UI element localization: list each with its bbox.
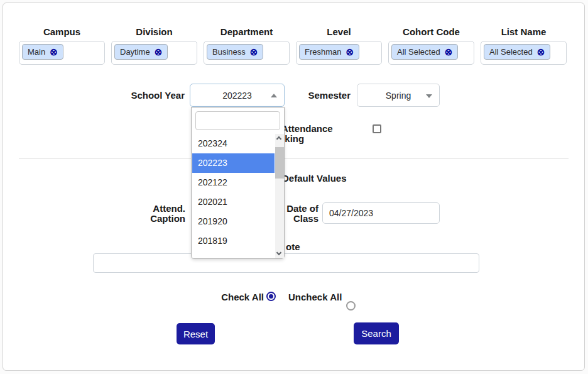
check-all-label: Check All xyxy=(201,292,264,302)
school-year-select[interactable]: 202223 xyxy=(190,84,285,107)
school-year-option-selected[interactable]: 202223 xyxy=(192,153,275,173)
school-year-value: 202223 xyxy=(222,91,252,101)
scrollbar-thumb[interactable] xyxy=(275,147,284,179)
school-year-option[interactable]: 202021 xyxy=(192,192,275,212)
list-name-label: List Name xyxy=(481,27,567,37)
cohort-code-label: Cohort Code xyxy=(388,27,474,37)
section-divider xyxy=(19,158,569,159)
semester-select[interactable]: Spring xyxy=(357,84,440,107)
reset-button[interactable]: Reset xyxy=(177,323,215,344)
list-name-multiselect[interactable]: All Selected⊗ xyxy=(481,41,567,65)
scrollbar-down-arrow-icon[interactable] xyxy=(275,250,284,258)
uncheck-all-label: Uncheck All xyxy=(288,292,342,302)
division-multiselect[interactable]: Daytime⊗ xyxy=(111,41,197,65)
note-label: ote xyxy=(286,242,300,252)
remove-chip-icon[interactable]: ⊗ xyxy=(50,48,58,56)
school-year-option[interactable]: 201819 xyxy=(192,231,275,251)
remove-chip-icon[interactable]: ⊗ xyxy=(346,48,354,56)
semester-value: Spring xyxy=(386,91,411,101)
cohort-code-chip: All Selected⊗ xyxy=(391,44,458,60)
division-label: Division xyxy=(111,27,197,37)
level-multiselect[interactable]: Freshman⊗ xyxy=(296,41,382,65)
semester-label: Semester xyxy=(295,91,351,101)
school-year-dropdown-panel: 202324 202223 202122 202021 201920 20181… xyxy=(191,107,285,259)
school-year-search-input[interactable] xyxy=(195,111,280,130)
note-input[interactable] xyxy=(93,253,479,273)
caret-up-icon xyxy=(271,94,277,97)
campus-chip: Main⊗ xyxy=(22,44,63,60)
department-chip: Business⊗ xyxy=(207,44,263,60)
school-year-option[interactable]: 202324 xyxy=(192,134,275,153)
campus-label: Campus xyxy=(19,27,105,37)
level-chip: Freshman⊗ xyxy=(299,44,359,60)
attend-caption-label: Attend. Caption xyxy=(126,204,185,224)
department-multiselect[interactable]: Business⊗ xyxy=(204,41,290,65)
remove-chip-icon[interactable]: ⊗ xyxy=(445,48,453,56)
attendance-tracking-checkbox[interactable] xyxy=(373,124,381,133)
school-year-option[interactable]: 201920 xyxy=(192,212,275,231)
dropdown-scrollbar[interactable] xyxy=(275,134,284,258)
caret-down-icon xyxy=(426,94,432,98)
search-button[interactable]: Search xyxy=(354,322,399,344)
remove-chip-icon[interactable]: ⊗ xyxy=(250,48,258,56)
school-year-label: School Year xyxy=(113,91,185,101)
campus-multiselect[interactable]: Main⊗ xyxy=(19,41,105,65)
level-label: Level xyxy=(296,27,382,37)
school-year-option[interactable]: 202122 xyxy=(192,173,275,192)
remove-chip-icon[interactable]: ⊗ xyxy=(537,48,545,56)
cohort-code-multiselect[interactable]: All Selected⊗ xyxy=(388,41,474,65)
check-all-radio[interactable] xyxy=(266,292,276,301)
date-of-class-input[interactable] xyxy=(322,202,440,224)
attendance-tracking-label-line1: -Attendance xyxy=(278,124,333,134)
department-label: Department xyxy=(204,27,290,37)
scrollbar-up-arrow-icon[interactable] xyxy=(275,134,284,143)
list-name-chip: All Selected⊗ xyxy=(484,44,550,60)
filter-form-screen: Campus Division Department Level Cohort … xyxy=(0,0,588,374)
division-chip: Daytime⊗ xyxy=(114,44,168,60)
remove-chip-icon[interactable]: ⊗ xyxy=(155,48,163,56)
default-values-heading: Default Values xyxy=(282,173,347,184)
uncheck-all-radio[interactable] xyxy=(346,301,356,311)
